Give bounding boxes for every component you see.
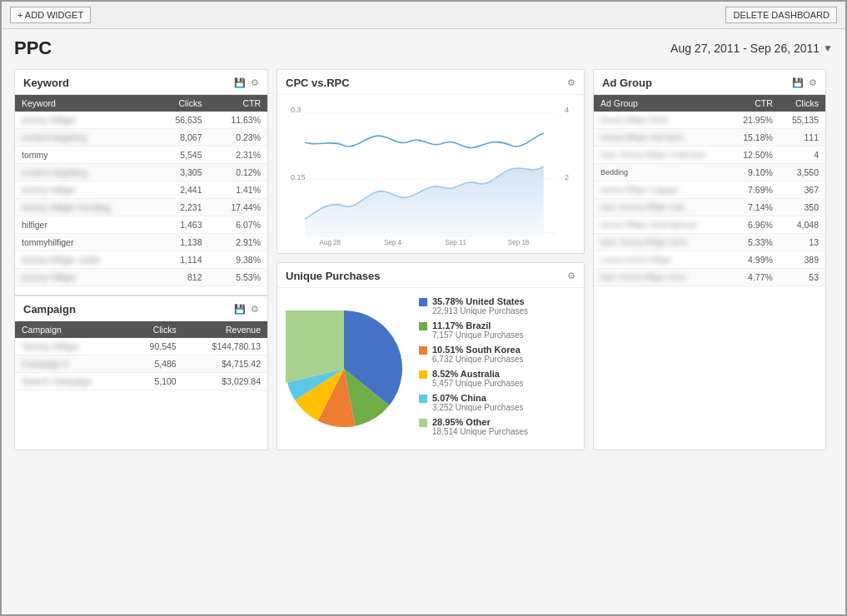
date-range-arrow-icon: ▼: [823, 42, 833, 54]
add-widget-button[interactable]: + ADD WIDGET: [10, 7, 91, 23]
keyword-cell-keyword: content targeting: [15, 164, 154, 181]
cpc-widget: CPC vs.RPC ⚙ 0.3 0.15 4 2: [277, 69, 585, 254]
adgroup-col-group: Ad Group: [594, 95, 730, 112]
date-range-text: Aug 27, 2011 - Sep 26, 2011: [670, 42, 820, 55]
adgroup-cell-ctr: 15.18%: [730, 129, 780, 147]
legend-text: 8.52% Australia 5,457 Unique Purchases: [432, 369, 524, 388]
legend-text-main: 8.52% Australia: [432, 369, 524, 379]
keyword-cell-keyword: content targeting: [15, 129, 154, 147]
adgroup-table-row: Marc Tommy hilfiger Sale 7.14% 350: [594, 199, 825, 216]
adgroup-cell-group: tommy hilfiger Clearinghouse: [594, 216, 730, 234]
purchases-widget: Unique Purchases ⚙: [277, 262, 585, 450]
keyword-cell-keyword: tommy hilfiger: [15, 112, 154, 129]
keyword-cell-ctr: 11.63%: [209, 112, 267, 129]
adgroup-cell-ctr: 9.10%: [730, 164, 780, 181]
campaign-cell-revenue: $3,029.84: [183, 373, 267, 390]
legend-color-box: [419, 322, 427, 330]
campaign-col-clicks: Clicks: [128, 321, 183, 338]
keyword-cell-clicks: 56,635: [154, 112, 209, 129]
legend-color-box: [419, 370, 427, 379]
legend-text-sub: 18,514 Unique Purchases: [432, 427, 528, 436]
keyword-col-clicks: Clicks: [154, 95, 209, 112]
cpc-widget-header: CPC vs.RPC ⚙: [277, 70, 584, 95]
legend-text: 28.95% Other 18,514 Unique Purchases: [432, 417, 528, 436]
keyword-cell-clicks: 2,231: [154, 199, 209, 216]
date-range[interactable]: Aug 27, 2011 - Sep 26, 2011 ▼: [670, 42, 833, 55]
campaign-cell-campaign: Tommy Hilfiger: [15, 338, 128, 355]
adgroup-cell-group: Marc Tommy hilfiger Sale: [594, 199, 730, 216]
campaign-table: Campaign Clicks Revenue Tommy Hilfiger 9…: [15, 321, 267, 390]
adgroup-cell-clicks: 350: [780, 199, 825, 216]
cpc-settings-icon[interactable]: ⚙: [567, 77, 575, 88]
pie-chart: [286, 310, 402, 427]
adgroup-cell-clicks: 389: [780, 251, 825, 269]
adgroup-cell-group: tommy hilfiger Direct: [594, 112, 730, 129]
pie-chart-container: 35.78% United States 22,913 Unique Purch…: [277, 288, 584, 450]
svg-text:Sep 18: Sep 18: [508, 238, 530, 246]
legend-text-sub: 3,252 Unique Purchases: [432, 403, 524, 412]
adgroup-cell-ctr: 21.95%: [730, 112, 780, 129]
adgroup-col-clicks: Clicks: [780, 95, 825, 112]
legend-text: 10.51% South Korea 6,732 Unique Purchase…: [432, 345, 524, 364]
campaign-table-row: Tommy Hilfiger 90,545 $144,780.13: [15, 338, 267, 355]
keyword-cell-clicks: 1,463: [154, 216, 209, 234]
cpc-widget-title: CPC vs.RPC: [286, 77, 350, 89]
keyword-col-ctr: CTR: [209, 95, 267, 112]
campaign-cell-clicks: 5,100: [128, 373, 183, 390]
adgroup-table-row: Marc Tommy hilfiger Underwear 12.50% 4: [594, 147, 825, 164]
purchases-widget-header: Unique Purchases ⚙: [277, 263, 584, 288]
keyword-cell-keyword: tommy hilfiger outlet: [15, 251, 154, 269]
campaign-cell-campaign: Campaign 2: [15, 355, 128, 373]
svg-text:0.3: 0.3: [291, 105, 301, 114]
adgroup-cell-ctr: 6.96%: [730, 216, 780, 234]
adgroup-table-row: tommy hilfiger Clearinghouse 6.96% 4,048: [594, 216, 825, 234]
adgroup-widget: Ad Group 💾 ⚙ Ad Group CTR Clicks: [593, 69, 826, 450]
legend-color-box: [419, 298, 427, 306]
adgroup-table-row: Marc tommy hilfiger Store 4.77% 53: [594, 269, 825, 286]
adgroup-widget-header: Ad Group 💾 ⚙: [594, 70, 825, 95]
adgroup-cell-ctr: 5.33%: [730, 234, 780, 251]
keyword-save-icon[interactable]: 💾: [234, 77, 246, 88]
legend-text-sub: 5,457 Unique Purchases: [432, 379, 524, 388]
main-content: PPC Aug 27, 2011 - Sep 26, 2011 ▼ Keywor…: [2, 29, 845, 615]
legend-color-box: [419, 419, 427, 427]
campaign-col-revenue: Revenue: [183, 321, 267, 338]
adgroup-cell-ctr: 12.50%: [730, 147, 780, 164]
page-title: PPC: [14, 37, 52, 59]
keyword-cell-ctr: 17.44%: [209, 199, 267, 216]
campaign-section: Campaign 💾 ⚙ Campaign Clicks Revenue: [15, 295, 267, 390]
keyword-table-row: content targeting 3,305 0.12%: [15, 164, 267, 181]
keyword-widget-header: Keyword 💾 ⚙: [15, 70, 267, 95]
legend-text-main: 5.07% China: [432, 393, 524, 403]
page-header: PPC Aug 27, 2011 - Sep 26, 2011 ▼: [14, 37, 833, 59]
legend-text: 11.17% Brazil 7,157 Unique Purchases: [432, 320, 524, 340]
adgroup-settings-icon[interactable]: ⚙: [809, 77, 817, 88]
adgroup-cell-group: Marc tommy hilfiger Store: [594, 269, 730, 286]
delete-dashboard-button[interactable]: DELETE DASHBOARD: [725, 7, 837, 23]
keyword-cell-keyword: hilfiger: [15, 216, 154, 234]
keyword-settings-icon[interactable]: ⚙: [251, 77, 259, 88]
keyword-table: Keyword Clicks CTR tommy hilfiger 56,635…: [15, 95, 267, 286]
keyword-table-container: Keyword Clicks CTR tommy hilfiger 56,635…: [15, 95, 267, 286]
legend-item: 5.07% China 3,252 Unique Purchases: [419, 393, 575, 412]
legend-text-main: 28.95% Other: [432, 417, 528, 427]
purchases-settings-icon[interactable]: ⚙: [567, 271, 575, 281]
keyword-widget: Keyword 💾 ⚙ Keyword Clicks CTR: [14, 69, 268, 450]
legend-color-box: [419, 395, 427, 403]
keyword-table-row: tommy hilfiger 2,441 1.41%: [15, 181, 267, 199]
adgroup-cell-group: Luxury tommy hilfiger: [594, 251, 730, 269]
keyword-cell-clicks: 2,441: [154, 181, 209, 199]
legend-text-main: 10.51% South Korea: [432, 345, 524, 355]
adgroup-cell-clicks: 13: [780, 234, 825, 251]
campaign-save-icon[interactable]: 💾: [234, 304, 246, 315]
campaign-settings-icon[interactable]: ⚙: [251, 304, 259, 315]
keyword-cell-ctr: 0.23%: [209, 129, 267, 147]
keyword-cell-keyword: tommyhilfiger: [15, 234, 154, 251]
cpc-chart: 0.3 0.15 4 2: [284, 102, 577, 246]
campaign-cell-revenue: $144,780.13: [183, 338, 267, 355]
adgroup-table: Ad Group CTR Clicks tommy hilfiger Direc…: [594, 95, 825, 286]
adgroup-save-icon[interactable]: 💾: [792, 77, 804, 88]
keyword-table-row: tommy hilfiger 56,635 11.63%: [15, 112, 267, 129]
adgroup-cell-clicks: 4,048: [780, 216, 825, 234]
svg-text:Aug 28: Aug 28: [320, 238, 341, 246]
